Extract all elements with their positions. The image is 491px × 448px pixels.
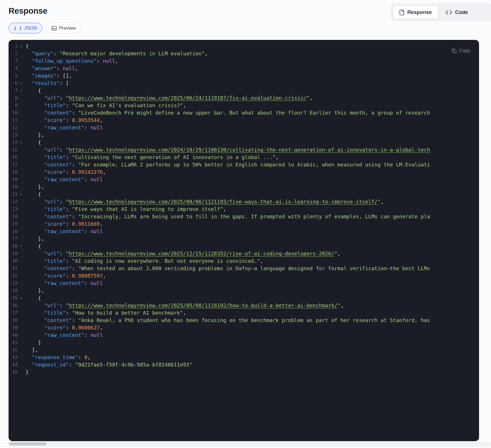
code-token: null: [91, 228, 103, 234]
code-token: [26, 147, 44, 153]
code-token: "content": [44, 265, 72, 271]
line-number: 43: [11, 354, 18, 361]
code-line-content: "url": "https://www.technologyreview.com…: [26, 302, 343, 309]
code-token: ,: [310, 95, 313, 101]
code-token: ,: [103, 273, 106, 279]
code-line-content: {: [26, 87, 41, 94]
code-token: [26, 206, 44, 212]
code-line: 17 "content": "For example, LLaMA 2 perf…: [11, 161, 479, 168]
code-line: 36 "url": "https://www.technologyreview.…: [11, 302, 479, 309]
code-line-content: },: [26, 183, 44, 191]
tab-json-label: JSON: [24, 25, 37, 31]
code-token: :: [56, 65, 63, 71]
code-token: :: [66, 325, 72, 331]
code-token: :: [69, 362, 75, 368]
code-line-content: {: [26, 42, 29, 50]
scrollbar-thumb[interactable]: [9, 442, 47, 445]
line-number: 36: [11, 302, 18, 309]
code-token: null: [63, 65, 75, 71]
code-line-content: },: [26, 131, 44, 139]
mode-response-button[interactable]: Response: [393, 6, 438, 19]
response-code-toggle: Response Code: [391, 3, 491, 21]
code-token: :: [54, 50, 60, 56]
json-editor: Copy 1{2 "query": "Research major develo…: [9, 40, 479, 441]
line-number: 2: [11, 50, 18, 57]
code-line: 33 "raw_content": null: [11, 280, 479, 287]
line-number: 14: [11, 139, 18, 146]
line-number: 41: [11, 339, 18, 346]
line-number: 29: [11, 250, 18, 257]
fold-chevron-icon[interactable]: [18, 194, 24, 196]
code-token: ,: [340, 302, 343, 308]
fold-chevron-icon[interactable]: [18, 82, 24, 84]
url-link[interactable]: https://www.technologyreview.com/2025/05…: [69, 302, 337, 308]
code-token: }: [26, 339, 41, 345]
code-token: ": [306, 95, 310, 101]
code-area[interactable]: 1{2 "query": "Research major development…: [9, 40, 479, 441]
horizontal-scrollbar[interactable]: [8, 442, 491, 446]
line-number: 10: [11, 109, 18, 117]
code-token: [26, 58, 32, 64]
code-line: 27 },: [11, 235, 479, 243]
code-line-content: "score": 0.99242276,: [26, 168, 106, 176]
line-number: 34: [11, 287, 18, 294]
code-token: :: [66, 102, 72, 108]
code-token: "Anka Reuel, a PhD student who has been …: [78, 317, 430, 323]
code-token: [26, 280, 44, 286]
code-token: [26, 228, 44, 234]
line-number: 15: [11, 146, 18, 154]
code-token: }: [26, 369, 29, 375]
code-token: :: [66, 273, 72, 279]
code-token: [26, 50, 32, 56]
code-token: [26, 354, 32, 360]
code-token: :: [66, 221, 72, 227]
code-line: 11 "score": 0.9953544,: [11, 117, 479, 124]
url-link[interactable]: https://www.technologyreview.com/2024/10…: [69, 147, 430, 153]
mode-code-button[interactable]: Code: [438, 6, 475, 19]
code-token: :: [84, 228, 91, 234]
code-line: 44 "request_id": "9d21fae5-f58f-4c9b-985…: [11, 361, 479, 368]
code-line-content: "content": "Increasingly, LLMs are being…: [26, 213, 430, 220]
code-token: [26, 317, 44, 323]
copy-label: Copy: [459, 48, 470, 54]
code-token: "title": [44, 154, 66, 160]
code-token: [26, 332, 44, 338]
code-token: 0.9600627: [72, 325, 100, 331]
code-token: "title": [44, 102, 66, 108]
line-number: 27: [11, 235, 18, 243]
line-number: 45: [11, 368, 18, 376]
code-line: 30 "title": "AI coding is now everywhere…: [11, 257, 479, 265]
code-token: ": [66, 147, 69, 153]
document-icon: [399, 9, 404, 15]
copy-button[interactable]: Copy: [451, 48, 470, 54]
fold-chevron-icon[interactable]: [18, 297, 24, 299]
code-line: 25 "score": 0.9811669,: [11, 220, 479, 228]
fold-chevron-icon[interactable]: [18, 90, 24, 92]
tab-json[interactable]: { } JSON: [9, 23, 42, 33]
code-token: [26, 265, 44, 271]
code-line-content: "images": [],: [26, 72, 72, 80]
fold-chevron-icon[interactable]: [18, 245, 24, 247]
tab-preview[interactable]: Preview: [46, 23, 81, 33]
code-line-content: "title": "How to build a better AI bench…: [26, 309, 186, 317]
url-link[interactable]: https://www.technologyreview.com/2025/08…: [69, 199, 378, 205]
code-token: :: [60, 251, 66, 256]
code-token: [26, 199, 44, 205]
code-line: 26 "raw_content": null: [11, 228, 479, 235]
code-line-content: "follow_up_questions": null,: [26, 57, 118, 65]
fold-chevron-icon[interactable]: [18, 142, 24, 144]
url-link[interactable]: https://www.technologyreview.com/2025/12…: [69, 251, 334, 256]
line-number: 26: [11, 228, 18, 235]
code-token: },: [26, 236, 44, 242]
code-token: :: [66, 258, 72, 264]
fold-chevron-icon[interactable]: [18, 45, 24, 47]
code-line-content: {: [26, 294, 41, 302]
code-line: 9 "title": "Can we fix AI's evaluation c…: [11, 102, 479, 109]
code-line-content: "content": "Anka Reuel, a PhD student wh…: [26, 317, 430, 324]
url-link[interactable]: https://www.technologyreview.com/2025/06…: [69, 95, 306, 101]
code-line-content: {: [26, 243, 41, 250]
mode-response-label: Response: [407, 9, 432, 15]
code-token: [26, 325, 44, 331]
code-token: null: [91, 332, 103, 338]
code-line: 41 }: [11, 339, 479, 346]
